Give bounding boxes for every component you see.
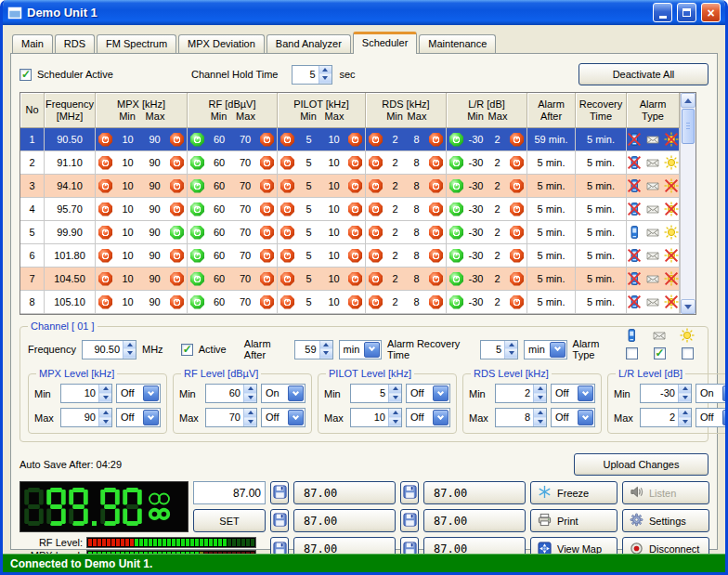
dropdown-button[interactable]	[550, 342, 566, 358]
alarm-recovery-unit-select[interactable]: min	[524, 340, 567, 359]
spin-down-icon[interactable]	[679, 394, 691, 403]
scroll-down-icon[interactable]	[681, 299, 696, 314]
minimize-button[interactable]	[653, 3, 672, 22]
tab-maintenance[interactable]: Maintenance	[419, 34, 496, 53]
tab-band-analyzer[interactable]: Band Analyzer	[266, 34, 351, 53]
dropdown-button[interactable]	[722, 410, 728, 425]
spin-down-icon[interactable]	[320, 349, 332, 359]
set-button[interactable]: SET	[193, 509, 266, 532]
level-min-mode-select[interactable]: Off	[551, 384, 595, 403]
alarm-after-stepper[interactable]: 59	[294, 340, 332, 359]
preset-button[interactable]: 87.00	[293, 481, 396, 504]
preset-button[interactable]: 87.00	[293, 509, 396, 532]
spin-up-icon[interactable]	[244, 409, 256, 418]
spin-down-icon[interactable]	[244, 418, 256, 427]
alarm-mail-checkbox[interactable]	[654, 347, 666, 359]
level-max-mode-select[interactable]: Off	[261, 408, 306, 427]
alarm-recovery-stepper[interactable]: 5	[480, 340, 518, 359]
table-row[interactable]: 7 104.50 1090 6070 510 28 -302 5 min. 5 …	[20, 268, 696, 291]
level-max-stepper[interactable]: 2	[640, 408, 692, 427]
alarm-sms-checkbox[interactable]	[626, 347, 638, 359]
preset-button[interactable]: 87.00	[423, 481, 526, 504]
maximize-button[interactable]	[677, 3, 696, 22]
spin-up-icon[interactable]	[505, 341, 517, 350]
tab-rds[interactable]: RDS	[55, 34, 95, 53]
dropdown-button[interactable]	[433, 410, 448, 425]
preset-button[interactable]: 87.00	[423, 509, 526, 532]
level-min-mode-select[interactable]: On	[261, 384, 306, 403]
dropdown-button[interactable]	[722, 386, 728, 401]
spin-down-icon[interactable]	[244, 394, 256, 403]
level-min-mode-select[interactable]: On	[696, 384, 728, 403]
scroll-up-icon[interactable]	[681, 93, 696, 108]
channel-active-checkbox[interactable]	[181, 344, 193, 356]
freeze-button[interactable]: Freeze	[530, 481, 618, 504]
level-max-stepper[interactable]: 70	[205, 408, 257, 427]
spin-up-icon[interactable]	[534, 385, 546, 394]
table-row[interactable]: 1 90.50 1090 6070 510 28 -302 59 min. 5 …	[20, 128, 696, 151]
table-row[interactable]: 5 99.90 1090 6070 510 28 -302 5 min. 5 m…	[20, 221, 696, 244]
table-row[interactable]: 6 101.80 1090 6070 510 28 -302 5 min. 5 …	[20, 244, 696, 268]
channel-hold-time-stepper[interactable]: 5	[292, 65, 332, 85]
dropdown-button[interactable]	[143, 386, 159, 401]
alarm-after-unit-select[interactable]: min	[339, 340, 383, 359]
level-max-mode-select[interactable]: Off	[406, 408, 450, 427]
spin-down-icon[interactable]	[389, 418, 401, 427]
spin-up-icon[interactable]	[319, 66, 332, 75]
scroll-thumb[interactable]	[682, 109, 695, 144]
dropdown-button[interactable]	[578, 410, 593, 425]
spin-down-icon[interactable]	[679, 418, 691, 427]
table-scrollbar[interactable]	[680, 93, 696, 314]
spin-down-icon[interactable]	[319, 74, 332, 84]
dropdown-button[interactable]	[433, 386, 448, 401]
spin-up-icon[interactable]	[320, 341, 332, 350]
save-preset-button[interactable]	[270, 481, 289, 504]
settings-button[interactable]: Settings	[622, 509, 709, 532]
spin-down-icon[interactable]	[534, 418, 546, 427]
table-row[interactable]: 8 105.10 1090 6070 510 28 -302 5 min. 5 …	[20, 291, 696, 314]
dropdown-button[interactable]	[578, 386, 593, 401]
spin-up-icon[interactable]	[99, 385, 111, 394]
listen-button[interactable]: Listen	[622, 481, 709, 504]
level-min-mode-select[interactable]: Off	[116, 384, 161, 403]
spin-up-icon[interactable]	[244, 385, 256, 394]
alarm-lamp-checkbox[interactable]	[682, 347, 694, 359]
dropdown-button[interactable]	[364, 342, 380, 358]
level-min-stepper[interactable]: 2	[495, 384, 547, 403]
tab-mpx-deviation[interactable]: MPX Deviation	[178, 34, 265, 53]
table-row[interactable]: 3 94.10 1090 6070 510 28 -302 5 min. 5 m…	[20, 175, 696, 198]
tune-frequency-input[interactable]: 87.00	[193, 481, 266, 504]
save-preset-button[interactable]	[400, 481, 419, 504]
spin-down-icon[interactable]	[99, 394, 111, 403]
spin-up-icon[interactable]	[124, 341, 136, 350]
spin-down-icon[interactable]	[99, 418, 111, 427]
level-max-stepper[interactable]: 8	[495, 408, 547, 427]
tab-scheduler[interactable]: Scheduler	[353, 32, 418, 54]
save-preset-button[interactable]	[400, 509, 419, 532]
close-button[interactable]: ×	[701, 3, 721, 22]
level-min-stepper[interactable]: 5	[350, 384, 402, 403]
level-min-stepper[interactable]: 10	[60, 384, 112, 403]
save-preset-button[interactable]	[270, 509, 289, 532]
frequency-stepper[interactable]: 90.50	[82, 340, 136, 359]
print-button[interactable]: Print	[530, 509, 618, 532]
level-max-stepper[interactable]: 10	[350, 408, 402, 427]
spin-down-icon[interactable]	[389, 394, 401, 403]
table-row[interactable]: 2 91.10 1090 6070 510 28 -302 5 min. 5 m…	[20, 151, 696, 175]
spin-down-icon[interactable]	[505, 349, 517, 359]
spin-up-icon[interactable]	[679, 385, 691, 394]
tab-fm-spectrum[interactable]: FM Spectrum	[97, 34, 176, 53]
deactivate-all-button[interactable]: Deactivate All	[578, 63, 708, 85]
level-max-mode-select[interactable]: Off	[116, 408, 161, 427]
spin-up-icon[interactable]	[679, 409, 691, 418]
table-row[interactable]: 4 95.70 1090 6070 510 28 -302 5 min. 5 m…	[20, 198, 696, 221]
spin-up-icon[interactable]	[534, 409, 546, 418]
level-max-mode-select[interactable]: Off	[551, 408, 595, 427]
spin-up-icon[interactable]	[389, 409, 401, 418]
spin-up-icon[interactable]	[389, 385, 401, 394]
dropdown-button[interactable]	[288, 410, 304, 425]
level-min-mode-select[interactable]: Off	[406, 384, 450, 403]
spin-down-icon[interactable]	[534, 394, 546, 403]
level-max-stepper[interactable]: 90	[60, 408, 112, 427]
spin-down-icon[interactable]	[124, 349, 136, 359]
